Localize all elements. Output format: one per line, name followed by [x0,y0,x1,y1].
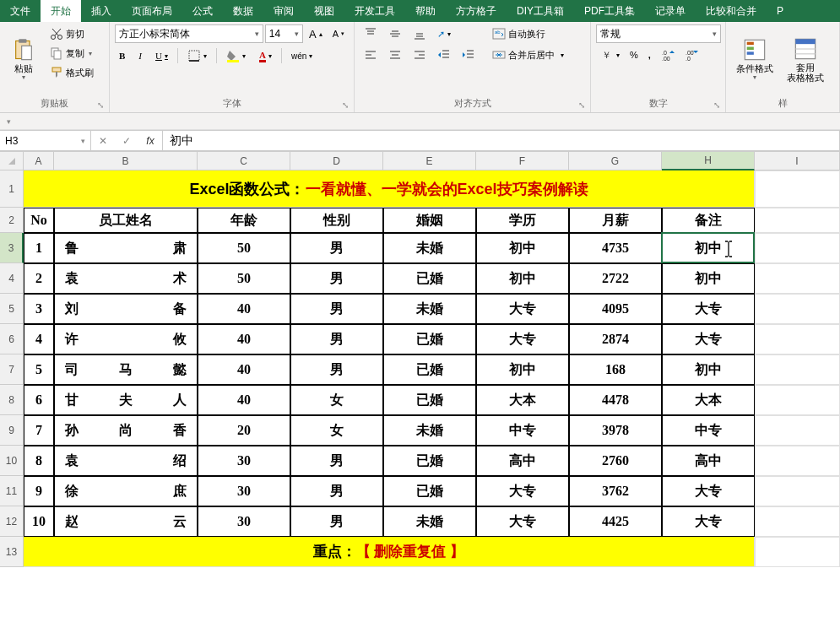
table-cell[interactable]: 赵云 [54,506,198,537]
font-color-button[interactable]: A▾ [255,47,276,65]
formula-input[interactable]: 初中 [163,130,840,151]
table-cell[interactable]: 2 [24,263,54,294]
menu-tab-13[interactable]: 记录单 [645,0,696,22]
column-headers[interactable]: ABCDEFGHI [24,152,840,170]
table-cell[interactable]: 5 [24,354,54,385]
table-header[interactable]: 性别 [290,208,383,233]
merge-center-button[interactable]: 合并后居中▾ [488,46,568,64]
dialog-launcher-icon[interactable]: ⤡ [578,100,585,110]
table-cell[interactable]: 大本 [476,385,569,415]
table-cell[interactable]: 未婚 [383,233,476,263]
table-cell[interactable]: 40 [198,385,290,415]
wrap-text-button[interactable]: ab自动换行 [488,24,568,43]
col-header-F[interactable]: F [476,152,569,170]
table-cell[interactable]: 高中 [476,446,569,476]
table-cell[interactable]: 初中 [662,263,755,294]
table-cell[interactable]: 9 [24,476,54,506]
conditional-format-button[interactable]: 条件格式▾ [731,24,778,95]
table-header[interactable]: No [24,208,54,233]
table-cell[interactable]: 大本 [662,385,755,415]
cells-area[interactable]: Excel函数公式：一看就懂、一学就会的Excel技巧案例解读No员工姓名年龄性… [24,170,840,567]
table-header[interactable]: 月薪 [569,208,662,233]
table-cell[interactable]: 大专 [476,294,569,324]
table-cell[interactable]: 未婚 [383,294,476,324]
bold-button[interactable]: B [115,48,129,63]
table-cell[interactable]: 司马懿 [54,354,198,385]
table-cell[interactable]: 男 [290,324,383,354]
table-header[interactable]: 备注 [662,208,755,233]
comma-button[interactable]: , [644,47,655,62]
menu-tab-12[interactable]: PDF工具集 [574,0,645,22]
table-format-button[interactable]: 套用 表格格式 [782,24,829,95]
orientation-button[interactable]: ➚▾ [433,26,455,42]
increase-indent-button[interactable] [458,46,480,64]
fx-button[interactable]: fx [138,131,162,150]
footer-cell[interactable]: 重点：【 删除重复值 】 [24,537,755,567]
menu-tab-8[interactable]: 开发工具 [344,0,405,22]
table-cell[interactable]: 男 [290,476,383,506]
cut-button[interactable]: 剪切 [46,24,98,43]
paste-button[interactable]: 粘贴 ▾ [5,24,42,95]
table-cell[interactable]: 7 [24,415,54,446]
col-header-C[interactable]: C [198,152,290,170]
dialog-launcher-icon[interactable]: ⤡ [713,100,720,110]
table-cell[interactable]: 男 [290,294,383,324]
table-cell[interactable]: 40 [198,354,290,385]
table-cell[interactable]: 袁绍 [54,446,198,476]
col-header-B[interactable]: B [54,152,198,170]
table-cell[interactable]: 30 [198,476,290,506]
table-cell[interactable]: 初中 [476,263,569,294]
table-header[interactable]: 员工姓名 [54,208,198,233]
table-cell[interactable]: 大专 [476,476,569,506]
phonetic-button[interactable]: wén▾ [287,49,317,63]
table-cell[interactable]: 4 [24,324,54,354]
cancel-formula-button[interactable]: ✕ [91,131,115,150]
menu-tab-0[interactable]: 文件 [0,0,41,22]
table-cell[interactable]: 4425 [569,506,662,537]
menu-tab-9[interactable]: 帮助 [405,0,446,22]
table-cell[interactable]: 40 [198,324,290,354]
menu-tab-1[interactable]: 开始 [41,0,81,22]
table-cell[interactable]: 1 [24,233,54,263]
table-cell[interactable]: 徐庶 [54,476,198,506]
menu-tab-11[interactable]: DIY工具箱 [507,0,574,22]
row-header-4[interactable]: 4 [0,263,24,294]
table-cell[interactable]: 已婚 [383,324,476,354]
table-cell[interactable]: 初中 [662,354,755,385]
table-cell[interactable]: 4095 [569,294,662,324]
col-header-I[interactable]: I [755,152,840,170]
accept-formula-button[interactable]: ✓ [115,131,138,150]
table-cell[interactable]: 3 [24,294,54,324]
row-header-10[interactable]: 10 [0,446,24,476]
table-cell[interactable]: 4478 [569,385,662,415]
table-header[interactable]: 婚姻 [383,208,476,233]
table-cell[interactable]: 初中 [476,354,569,385]
table-cell[interactable]: 50 [198,233,290,263]
table-cell[interactable]: 中专 [662,415,755,446]
col-header-D[interactable]: D [290,152,383,170]
table-cell[interactable]: 大专 [662,324,755,354]
row-header-5[interactable]: 5 [0,294,24,324]
borders-button[interactable]: ▾ [183,46,211,65]
table-cell[interactable]: 168 [569,354,662,385]
italic-button[interactable]: I [134,48,146,63]
table-cell[interactable]: 8 [24,446,54,476]
decrease-decimal-button[interactable]: .00.0 [680,46,702,64]
table-cell[interactable]: 男 [290,263,383,294]
table-cell[interactable]: 刘备 [54,294,198,324]
number-format-combo[interactable]: 常规▾ [596,24,721,43]
align-left-button[interactable] [360,46,382,64]
table-cell[interactable]: 鲁肃 [54,233,198,263]
table-cell[interactable]: 男 [290,233,383,263]
row-header-1[interactable]: 1 [0,170,24,208]
copy-button[interactable]: 复制▾ [46,44,98,62]
table-cell[interactable]: 大专 [476,324,569,354]
row-header-11[interactable]: 11 [0,476,24,506]
select-all-corner[interactable] [0,152,24,170]
col-header-A[interactable]: A [24,152,54,170]
table-cell[interactable]: 女 [290,415,383,446]
table-cell[interactable]: 30 [198,506,290,537]
col-header-G[interactable]: G [569,152,662,170]
format-painter-button[interactable]: 格式刷 [46,63,98,82]
table-cell[interactable]: 30 [198,446,290,476]
